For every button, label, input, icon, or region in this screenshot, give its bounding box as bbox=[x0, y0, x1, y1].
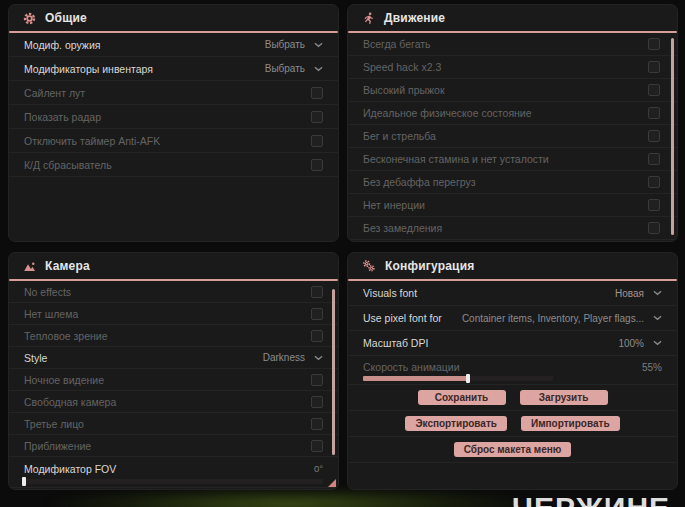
checkbox[interactable] bbox=[311, 330, 323, 342]
checkbox[interactable] bbox=[311, 440, 323, 452]
setting-label: К/Д сбрасыватель bbox=[24, 159, 112, 171]
setting-row: Модификаторы инвентаря Выбрать bbox=[9, 57, 338, 81]
fov-slider[interactable] bbox=[24, 479, 323, 484]
checkbox[interactable] bbox=[311, 135, 323, 147]
panel-camera: Камера No effects Нет шлема Тепловое зре… bbox=[8, 252, 339, 490]
setting-label: Всегда бегать bbox=[363, 38, 431, 50]
checkbox[interactable] bbox=[648, 130, 660, 142]
visuals-font-select[interactable]: Новая bbox=[615, 288, 662, 299]
reset-menu-layout-button[interactable]: Сброс макета меню bbox=[454, 442, 572, 457]
checkbox[interactable] bbox=[311, 396, 323, 408]
checkbox[interactable] bbox=[648, 199, 660, 211]
panel-general: Общие Модиф. оружия Выбрать Модификаторы… bbox=[8, 4, 339, 242]
checkbox[interactable] bbox=[648, 222, 660, 234]
setting-label: Модиф. оружия bbox=[24, 39, 100, 51]
setting-label: Высокий прыжок bbox=[363, 84, 445, 96]
scrollbar[interactable] bbox=[332, 289, 335, 455]
setting-label: Speed hack x2.3 bbox=[363, 61, 441, 73]
checkbox[interactable] bbox=[648, 176, 660, 188]
chevron-down-icon bbox=[653, 315, 662, 321]
setting-label: Сайлент лут bbox=[24, 87, 85, 99]
dpi-scale-select[interactable]: 100% bbox=[618, 338, 662, 349]
setting-label: Отключить таймер Anti-AFK bbox=[24, 135, 160, 147]
panel-title: Камера bbox=[45, 259, 90, 273]
chevron-down-icon bbox=[314, 42, 323, 48]
game-background-glow bbox=[50, 487, 530, 507]
setting-label: Бесконечная стамина и нет усталости bbox=[363, 153, 549, 165]
watermark-text: ЧЕРЖИНЕ bbox=[512, 491, 670, 507]
export-button[interactable]: Экспортировать bbox=[405, 416, 507, 431]
setting-row: Бесконечная стамина и нет усталости bbox=[348, 148, 677, 171]
panel-config-header: Конфигурация bbox=[348, 253, 677, 279]
setting-label: Use pixel font for bbox=[363, 312, 442, 324]
animation-speed-value: 55% bbox=[642, 362, 662, 373]
setting-row: Бег и стрельба bbox=[348, 125, 677, 148]
setting-row: Высокий прыжок bbox=[348, 79, 677, 102]
import-button[interactable]: Импортировать bbox=[521, 416, 620, 431]
setting-row: Масштаб DPI 100% bbox=[348, 331, 677, 356]
select-value: Выбрать bbox=[265, 39, 305, 50]
setting-row: Speed hack x2.3 bbox=[348, 56, 677, 79]
setting-row: Visuals font Новая bbox=[348, 281, 677, 306]
setting-label: Бег и стрельба bbox=[363, 130, 436, 142]
checkbox[interactable] bbox=[311, 87, 323, 99]
resize-grip[interactable] bbox=[328, 479, 336, 487]
setting-row: Модиф. оружия Выбрать bbox=[9, 33, 338, 57]
chevron-down-icon bbox=[653, 290, 662, 296]
checkbox[interactable] bbox=[311, 111, 323, 123]
setting-label: Нет шлема bbox=[24, 308, 78, 320]
checkbox[interactable] bbox=[311, 418, 323, 430]
setting-row: Style Darkness bbox=[9, 347, 338, 369]
button-row: Сохранить Загрузить bbox=[348, 385, 677, 411]
setting-row: Всегда бегать bbox=[348, 33, 677, 56]
setting-label: Третье лицо bbox=[24, 418, 84, 430]
setting-row: Нет инерции bbox=[348, 194, 677, 217]
checkbox[interactable] bbox=[648, 107, 660, 119]
fov-modifier-row: Модификатор FOV 0° bbox=[9, 457, 338, 488]
panel-movement-header: Движение bbox=[348, 5, 677, 31]
load-button[interactable]: Загрузить bbox=[520, 390, 608, 405]
image-icon bbox=[23, 260, 36, 273]
gear-icon bbox=[23, 12, 36, 25]
setting-label: Приближение bbox=[24, 440, 91, 452]
checkbox[interactable] bbox=[311, 286, 323, 298]
setting-label: Visuals font bbox=[363, 287, 417, 299]
scrollbar[interactable] bbox=[671, 38, 674, 235]
runner-icon bbox=[362, 12, 375, 25]
chevron-down-icon bbox=[314, 355, 323, 361]
setting-label: Показать радар bbox=[24, 111, 101, 123]
checkbox[interactable] bbox=[311, 159, 323, 171]
panel-config: Конфигурация Visuals font Новая Use pixe… bbox=[347, 252, 678, 490]
slider-handle[interactable] bbox=[466, 374, 470, 383]
gears-icon bbox=[362, 259, 376, 273]
inventory-mod-select[interactable]: Выбрать bbox=[265, 63, 323, 74]
setting-label: Нет инерции bbox=[363, 199, 425, 211]
select-value: 100% bbox=[618, 338, 644, 349]
setting-row: Без замедления bbox=[348, 217, 677, 240]
weapon-mod-select[interactable]: Выбрать bbox=[265, 39, 323, 50]
checkbox[interactable] bbox=[648, 84, 660, 96]
checkbox[interactable] bbox=[311, 374, 323, 386]
setting-label: Модификатор FOV bbox=[24, 463, 116, 475]
slider-handle[interactable] bbox=[22, 477, 26, 486]
select-value: Container items, Inventory, Player flags… bbox=[462, 313, 644, 324]
checkbox[interactable] bbox=[648, 153, 660, 165]
checkbox[interactable] bbox=[311, 308, 323, 320]
panel-general-header: Общие bbox=[9, 5, 338, 31]
slider-fill bbox=[363, 376, 468, 381]
setting-label: No effects bbox=[24, 286, 71, 298]
checkbox[interactable] bbox=[648, 38, 660, 50]
pixel-font-select[interactable]: Container items, Inventory, Player flags… bbox=[462, 313, 662, 324]
panel-title: Движение bbox=[384, 11, 445, 25]
checkbox[interactable] bbox=[648, 61, 660, 73]
setting-row: Сайлент лут bbox=[9, 81, 338, 105]
save-button[interactable]: Сохранить bbox=[418, 390, 506, 405]
panel-movement: Движение Всегда бегать Speed hack x2.3 В… bbox=[347, 4, 678, 242]
style-select[interactable]: Darkness bbox=[263, 352, 323, 363]
setting-row: Тепловое зрение bbox=[9, 325, 338, 347]
animation-speed-row: Скорость анимации 55% bbox=[348, 356, 677, 385]
panel-movement-rows: Всегда бегать Speed hack x2.3 Высокий пр… bbox=[348, 33, 677, 240]
setting-label: Идеальное физическое состояние bbox=[363, 107, 532, 119]
panel-camera-rows: No effects Нет шлема Тепловое зрение Sty… bbox=[9, 281, 338, 488]
animation-speed-slider[interactable] bbox=[363, 376, 553, 381]
